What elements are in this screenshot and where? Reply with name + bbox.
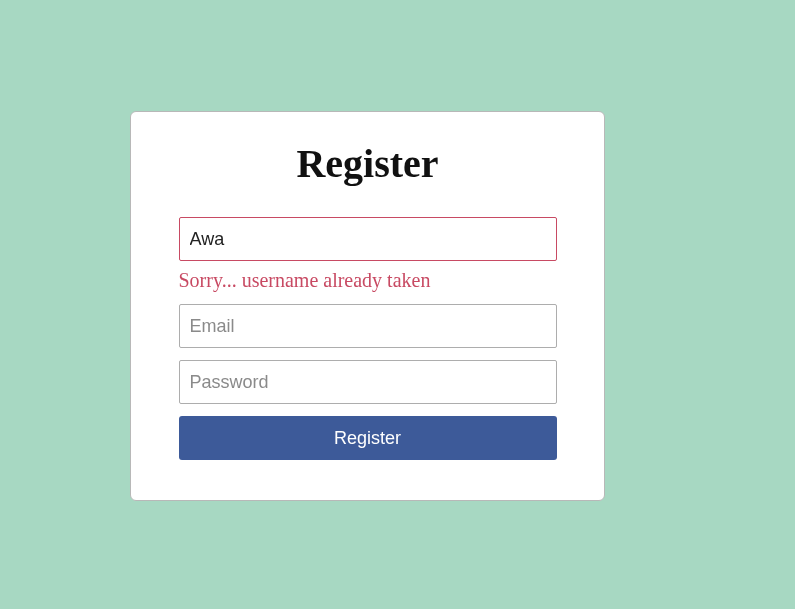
register-card: Register Sorry... username already taken… [130,111,605,501]
username-error: Sorry... username already taken [179,269,557,292]
username-input[interactable] [179,217,557,261]
register-button[interactable]: Register [179,416,557,460]
form-title: Register [131,140,604,187]
email-row [179,304,557,348]
register-form: Sorry... username already taken Register [179,217,557,460]
username-row [179,217,557,261]
password-input[interactable] [179,360,557,404]
email-input[interactable] [179,304,557,348]
password-row [179,360,557,404]
